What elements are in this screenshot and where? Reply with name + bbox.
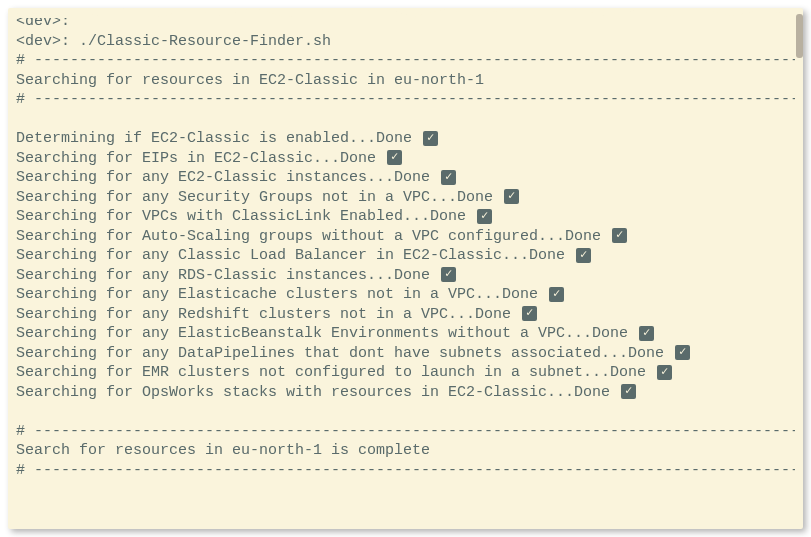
divider-line: # --------------------------------------… bbox=[16, 461, 795, 481]
check-icon: ✓ bbox=[441, 267, 456, 282]
divider-line: # --------------------------------------… bbox=[16, 90, 795, 110]
task-line: Searching for VPCs with ClassicLink Enab… bbox=[16, 207, 795, 227]
scrollbar[interactable] bbox=[796, 14, 803, 58]
check-icon: ✓ bbox=[423, 131, 438, 146]
check-icon: ✓ bbox=[576, 248, 591, 263]
task-text: Searching for any Classic Load Balancer … bbox=[16, 247, 574, 264]
task-text: Searching for EIPs in EC2-Classic...Done bbox=[16, 150, 385, 167]
check-icon: ✓ bbox=[612, 228, 627, 243]
header-line: Searching for resources in EC2-Classic i… bbox=[16, 71, 795, 91]
check-icon: ✓ bbox=[441, 170, 456, 185]
task-line: Searching for OpsWorks stacks with resou… bbox=[16, 383, 795, 403]
task-line: Searching for any Redshift clusters not … bbox=[16, 305, 795, 325]
task-text: Searching for any ElasticBeanstalk Envir… bbox=[16, 325, 637, 342]
task-line: Searching for any EC2-Classic instances.… bbox=[16, 168, 795, 188]
task-line: Searching for EMR clusters not configure… bbox=[16, 363, 795, 383]
check-icon: ✓ bbox=[387, 150, 402, 165]
footer-line: Search for resources in eu-north-1 is co… bbox=[16, 441, 795, 461]
task-line: Searching for any Security Groups not in… bbox=[16, 188, 795, 208]
check-icon: ✓ bbox=[675, 345, 690, 360]
check-icon: ✓ bbox=[657, 365, 672, 380]
task-text: Searching for any Elasticache clusters n… bbox=[16, 286, 547, 303]
task-line: Searching for any Classic Load Balancer … bbox=[16, 246, 795, 266]
terminal-window: <dev>: <dev>: ./Classic-Resource-Finder.… bbox=[8, 8, 803, 529]
task-line: Searching for any Elasticache clusters n… bbox=[16, 285, 795, 305]
divider-line: # --------------------------------------… bbox=[16, 422, 795, 442]
task-line: Searching for any RDS-Classic instances.… bbox=[16, 266, 795, 286]
check-icon: ✓ bbox=[549, 287, 564, 302]
task-line: Determining if EC2-Classic is enabled...… bbox=[16, 129, 795, 149]
check-icon: ✓ bbox=[477, 209, 492, 224]
task-line: Searching for EIPs in EC2-Classic...Done… bbox=[16, 149, 795, 169]
check-icon: ✓ bbox=[522, 306, 537, 321]
task-text: Searching for VPCs with ClassicLink Enab… bbox=[16, 208, 475, 225]
task-text: Searching for any DataPipelines that don… bbox=[16, 345, 673, 362]
task-line: Searching for Auto-Scaling groups withou… bbox=[16, 227, 795, 247]
prompt-line: <dev>: bbox=[16, 12, 795, 32]
divider-line: # --------------------------------------… bbox=[16, 51, 795, 71]
blank-line bbox=[16, 402, 795, 422]
check-icon: ✓ bbox=[639, 326, 654, 341]
task-text: Searching for any RDS-Classic instances.… bbox=[16, 267, 439, 284]
task-line: Searching for any ElasticBeanstalk Envir… bbox=[16, 324, 795, 344]
task-list: Determining if EC2-Classic is enabled...… bbox=[16, 129, 795, 402]
blank-line bbox=[16, 110, 795, 130]
task-line: Searching for any DataPipelines that don… bbox=[16, 344, 795, 364]
task-text: Searching for EMR clusters not configure… bbox=[16, 364, 655, 381]
command-line: <dev>: ./Classic-Resource-Finder.sh bbox=[16, 32, 795, 52]
task-text: Determining if EC2-Classic is enabled...… bbox=[16, 130, 421, 147]
check-icon: ✓ bbox=[621, 384, 636, 399]
check-icon: ✓ bbox=[504, 189, 519, 204]
task-text: Searching for Auto-Scaling groups withou… bbox=[16, 228, 610, 245]
task-text: Searching for any Redshift clusters not … bbox=[16, 306, 520, 323]
task-text: Searching for any EC2-Classic instances.… bbox=[16, 169, 439, 186]
task-text: Searching for any Security Groups not in… bbox=[16, 189, 502, 206]
task-text: Searching for OpsWorks stacks with resou… bbox=[16, 384, 619, 401]
